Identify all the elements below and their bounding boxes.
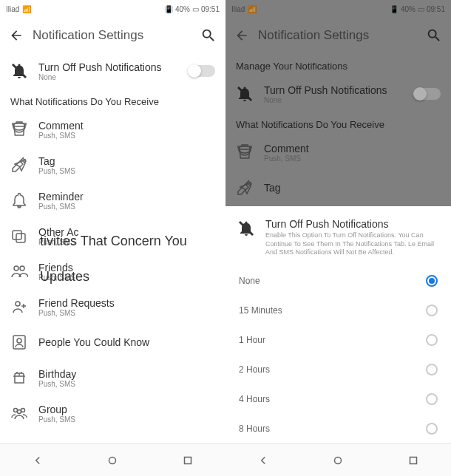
header: Notification Settings — [226, 18, 451, 53]
signal-icon: 📶 — [248, 5, 257, 13]
radio-icon[interactable] — [426, 305, 438, 316]
duration-option[interactable]: None — [226, 266, 451, 296]
duration-option[interactable]: 8 Hours — [226, 414, 451, 443]
push-off-row[interactable]: Turn Off Push Notifications None — [226, 76, 451, 112]
list-item[interactable]: Friends Push, SMS — [0, 254, 226, 289]
back-icon[interactable] — [234, 28, 249, 43]
svg-point-9 — [21, 409, 25, 412]
radio-icon[interactable] — [426, 393, 438, 405]
item-sub: Push, SMS — [38, 309, 215, 317]
sheet-title: Turn Off Push Notifications — [265, 218, 439, 230]
item-icon — [10, 227, 28, 245]
option-label: 1 Hour — [239, 335, 265, 345]
item-title: Tag — [38, 155, 215, 167]
nav-home-icon[interactable] — [331, 454, 345, 467]
battery-icon: ▭ — [192, 5, 199, 13]
option-label: 2 Hours — [239, 364, 270, 375]
nav-recent-icon[interactable] — [407, 454, 420, 467]
item-title: Other Ac — [38, 226, 215, 238]
item-sub: Push, SMS — [264, 154, 441, 163]
search-icon[interactable] — [200, 27, 217, 44]
item-title: Tag — [264, 182, 441, 194]
battery-level: 40% — [175, 5, 190, 13]
status-bar: Iliad 📶 📳 40% ▭ 09:51 — [226, 0, 451, 18]
radio-icon[interactable] — [426, 364, 438, 375]
nav-back-icon[interactable] — [257, 454, 270, 467]
item-title: Friends — [38, 262, 215, 273]
radio-icon[interactable] — [426, 423, 438, 435]
nav-recent-icon[interactable] — [181, 454, 194, 467]
radio-icon[interactable] — [426, 334, 438, 346]
search-icon[interactable] — [426, 27, 442, 44]
item-sub: Push, SMS — [38, 203, 215, 211]
push-off-row[interactable]: Turn Off Push Notifications None — [0, 53, 226, 89]
item-sub: Push, SMS — [38, 238, 215, 246]
list-item[interactable]: Tag — [226, 170, 451, 205]
item-sub: Push, SMS — [38, 167, 215, 175]
duration-option[interactable]: 4 Hours — [226, 384, 451, 414]
screen-right: Iliad 📶 📳 40% ▭ 09:51 Notification Setti… — [226, 0, 451, 476]
item-icon — [10, 120, 28, 138]
section-what: What Notifications Do You Receive — [0, 89, 226, 112]
item-icon — [10, 191, 28, 209]
list-item[interactable]: Reminder Push, SMS — [0, 183, 226, 218]
item-icon — [10, 156, 28, 174]
back-icon[interactable] — [9, 28, 24, 43]
sheet-desc: Enable This Option To Turn Off Notificat… — [265, 231, 439, 257]
push-off-sub: None — [264, 96, 404, 104]
signal-icon: 📶 — [22, 5, 31, 13]
item-title: People You Could Know — [38, 336, 215, 348]
clock: 09:51 — [201, 5, 220, 13]
svg-point-8 — [14, 409, 18, 412]
list-item[interactable]: Birthday Push, SMS — [0, 360, 226, 395]
section-what: What Notifications Do You Receive — [226, 112, 451, 135]
push-toggle[interactable] — [414, 88, 441, 100]
list-item[interactable]: Tag Push, SMS — [0, 147, 226, 183]
item-icon — [10, 298, 28, 316]
page-title: Notification Settings — [33, 28, 191, 43]
list-item[interactable]: Comment Push, SMS — [226, 135, 451, 170]
page-title: Notification Settings — [258, 28, 417, 43]
item-title: Birthday — [38, 368, 215, 380]
screen-left: Iliad 📶 📳 40% ▭ 09:51 Notification Setti… — [0, 0, 226, 476]
list-item[interactable]: Other Ac Push, SMS — [0, 218, 226, 254]
battery-level: 40% — [401, 5, 416, 13]
list-item[interactable]: People You Could Know — [0, 324, 226, 360]
manage-caption: Manage Your Notifications — [226, 53, 451, 76]
duration-option[interactable]: 2 Hours — [226, 355, 451, 384]
svg-point-4 — [20, 266, 24, 271]
duration-option[interactable]: 1 Hour — [226, 325, 451, 355]
list-item[interactable]: Comment Push, SMS — [0, 112, 226, 147]
svg-point-10 — [18, 410, 21, 414]
svg-point-7 — [17, 339, 21, 343]
radio-icon[interactable] — [426, 275, 438, 287]
item-title: Group — [38, 404, 215, 415]
nav-bar — [0, 443, 226, 476]
item-icon — [10, 404, 28, 422]
item-icon — [10, 369, 28, 387]
svg-point-3 — [14, 266, 18, 271]
carrier: Iliad — [231, 5, 245, 13]
item-title: Friend Requests — [38, 297, 215, 309]
duration-sheet: Turn Off Push Notifications Enable This … — [226, 206, 451, 443]
carrier: Iliad — [6, 5, 19, 13]
header: Notification Settings — [0, 18, 226, 53]
vibrate-icon: 📳 — [164, 5, 173, 13]
list-item[interactable]: Group Push, SMS — [0, 395, 226, 431]
nav-back-icon[interactable] — [31, 454, 44, 467]
list-item[interactable]: Friend Requests Push, SMS — [0, 289, 226, 324]
bell-off-icon — [236, 85, 254, 103]
duration-option[interactable]: 15 Minutes — [226, 296, 451, 325]
svg-rect-15 — [410, 457, 417, 463]
push-off-sub: None — [38, 73, 178, 81]
item-icon — [10, 333, 28, 351]
bell-off-icon — [237, 220, 255, 237]
item-icon — [236, 143, 254, 161]
push-off-title: Turn Off Push Notifications — [264, 84, 404, 96]
push-toggle[interactable] — [189, 65, 215, 77]
item-sub: Push, SMS — [38, 415, 215, 424]
item-title: Reminder — [38, 191, 215, 203]
svg-point-5 — [16, 302, 20, 306]
nav-home-icon[interactable] — [106, 454, 119, 467]
item-sub: Push, SMS — [38, 380, 215, 388]
